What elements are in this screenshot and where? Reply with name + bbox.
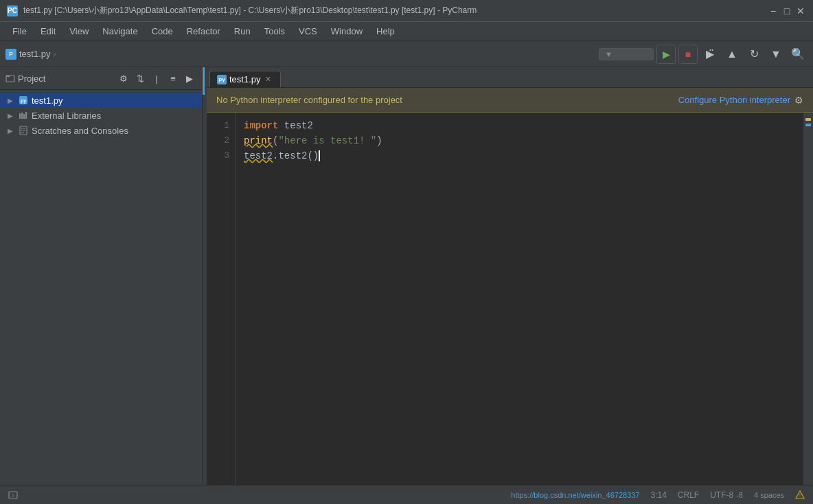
menu-bar: File Edit View Navigate Code Refactor Ru…: [0, 22, 813, 41]
tree-item-external-libraries[interactable]: ▶ External Libraries: [0, 108, 202, 123]
tab-test1py[interactable]: py test1.py ✕: [209, 71, 281, 87]
configure-interpreter-link[interactable]: Configure Python interpreter: [678, 95, 790, 105]
tree-icon-extlib: [18, 110, 29, 121]
sidebar-title: Project: [18, 73, 45, 84]
status-cursor[interactable]: 3:14: [650, 490, 666, 500]
sidebar-group-btn[interactable]: ≡: [166, 71, 180, 85]
tab-close-button[interactable]: ✕: [264, 75, 273, 84]
title-bar: PC test1.py [C:\Users\小新pro13\AppData\Lo…: [0, 0, 813, 22]
line-num-2: 2: [207, 133, 229, 148]
menu-view[interactable]: View: [62, 23, 95, 39]
sidebar-settings-btn[interactable]: ⚙: [117, 71, 130, 85]
status-url: https://blog.csdn.net/weixin_46728337: [511, 491, 639, 499]
menu-tools[interactable]: Tools: [257, 23, 292, 39]
svg-text:≡: ≡: [12, 494, 14, 498]
sidebar-folder-icon: [5, 73, 15, 83]
sidebar-tree: ▶ py test1.py ▶ External Libraries: [0, 90, 202, 485]
status-line-sep[interactable]: CRLF: [678, 490, 699, 500]
sidebar-header: Project ⚙ ⇅ | ≡ ▶: [0, 67, 202, 90]
build-button[interactable]: ▼: [766, 45, 786, 64]
line-numbers: 1 2 3: [207, 113, 236, 485]
menu-vcs[interactable]: VCS: [292, 23, 324, 39]
minimize-button[interactable]: −: [768, 5, 779, 16]
configure-section: Configure Python interpreter ⚙: [678, 95, 803, 106]
gutter-mark-warn: [805, 118, 811, 121]
breadcrumb-arrow: ›: [54, 49, 56, 59]
code-content[interactable]: import test2 print("here is test1! ") te…: [236, 113, 803, 485]
tree-label-scratches: Scratches and Consoles: [32, 126, 128, 136]
status-bar: ≡ https://blog.csdn.net/weixin_46728337 …: [0, 485, 813, 504]
tree-arrow-scratches: ▶: [5, 126, 15, 135]
menu-code[interactable]: Code: [145, 23, 180, 39]
status-warnings-icon[interactable]: !: [795, 490, 805, 500]
breadcrumb-file-name: test1.py: [19, 49, 51, 59]
menu-refactor[interactable]: Refactor: [180, 23, 227, 39]
code-line-2: print("here is test1! "): [244, 133, 795, 148]
dropdown-label: ▼: [605, 50, 648, 58]
line-num-1: 1: [207, 118, 229, 133]
profile-button[interactable]: ▲: [722, 45, 742, 64]
tree-label-extlib: External Libraries: [32, 111, 101, 121]
editor-area: py test1.py ✕ No Python interpreter conf…: [207, 67, 813, 485]
status-encoding[interactable]: UTF-8 -8: [710, 490, 743, 500]
svg-text:!: !: [799, 493, 801, 498]
sidebar-collapse-btn[interactable]: ▶: [183, 71, 196, 85]
tree-arrow-test1py: ▶: [5, 95, 15, 105]
encoding-detail: -8: [736, 491, 743, 499]
tree-item-scratches[interactable]: ▶ Scratches and Consoles: [0, 123, 202, 138]
coverage-button[interactable]: ▶̈: [700, 45, 720, 64]
tree-arrow-extlib: ▶: [5, 111, 15, 120]
svg-rect-6: [23, 114, 25, 119]
svg-text:py: py: [21, 98, 26, 104]
svg-rect-4: [19, 113, 21, 119]
menu-help[interactable]: Help: [369, 23, 402, 39]
status-indent[interactable]: 4 spaces: [754, 491, 784, 499]
svg-rect-1: [6, 76, 10, 77]
code-line-3: test2.test2(): [244, 148, 795, 163]
menu-navigate[interactable]: Navigate: [95, 23, 144, 39]
menu-edit[interactable]: Edit: [34, 23, 62, 39]
run-controls: ▼ ▶ ■ ▶̈ ▲ ↻ ▼ 🔍: [599, 45, 808, 64]
menu-run[interactable]: Run: [227, 23, 257, 39]
svg-rect-5: [21, 113, 23, 119]
warning-banner: No Python interpreter configured for the…: [207, 88, 813, 113]
reload-button[interactable]: ↻: [744, 45, 764, 64]
toolbar: P test1.py › ▼ ▶ ■ ▶̈ ▲ ↻ ▼ 🔍: [0, 41, 813, 67]
warning-message: No Python interpreter configured for the…: [216, 95, 402, 105]
sidebar-sort-btn[interactable]: ⇅: [133, 71, 147, 85]
app-icon: PC: [7, 5, 18, 16]
tree-icon-test1py: py: [18, 95, 29, 106]
window-title: test1.py [C:\Users\小新pro13\AppData\Local…: [23, 5, 768, 16]
tab-file-icon: py: [217, 75, 227, 84]
menu-window[interactable]: Window: [324, 23, 369, 39]
menu-file[interactable]: File: [5, 23, 34, 39]
sidebar-expand-btn[interactable]: |: [150, 71, 163, 85]
close-button[interactable]: ✕: [795, 5, 806, 16]
gutter-mark-info: [805, 124, 811, 126]
file-breadcrumb: P test1.py ›: [5, 49, 56, 60]
file-icon: P: [5, 49, 16, 60]
search-button[interactable]: 🔍: [788, 45, 808, 64]
left-indicator: [203, 67, 205, 95]
tab-label: test1.py: [229, 74, 261, 84]
line-num-3: 3: [207, 148, 229, 163]
settings-gear-icon[interactable]: ⚙: [794, 95, 803, 106]
maximize-button[interactable]: □: [781, 5, 792, 16]
tree-item-test1py[interactable]: ▶ py test1.py: [0, 93, 202, 108]
run-button[interactable]: ▶: [656, 45, 676, 64]
code-line-1: import test2: [244, 118, 795, 133]
sidebar: Project ⚙ ⇅ | ≡ ▶ ▶ py test1.py ▶: [0, 67, 203, 485]
tree-icon-scratches: [18, 125, 29, 136]
tree-label-test1py: test1.py: [32, 95, 63, 106]
main-area: Project ⚙ ⇅ | ≡ ▶ ▶ py test1.py ▶: [0, 67, 813, 485]
status-project-icon[interactable]: ≡: [8, 490, 18, 500]
svg-rect-7: [25, 112, 27, 119]
stop-button[interactable]: ■: [678, 45, 698, 64]
tab-bar: py test1.py ✕: [207, 67, 813, 88]
run-config-dropdown[interactable]: ▼: [599, 48, 654, 60]
window-controls: − □ ✕: [768, 5, 806, 16]
sidebar-controls: ⚙ ⇅ | ≡ ▶: [117, 71, 196, 85]
right-gutter: [803, 113, 813, 485]
code-editor[interactable]: 1 2 3 import test2 print("here is test1!…: [207, 113, 813, 485]
